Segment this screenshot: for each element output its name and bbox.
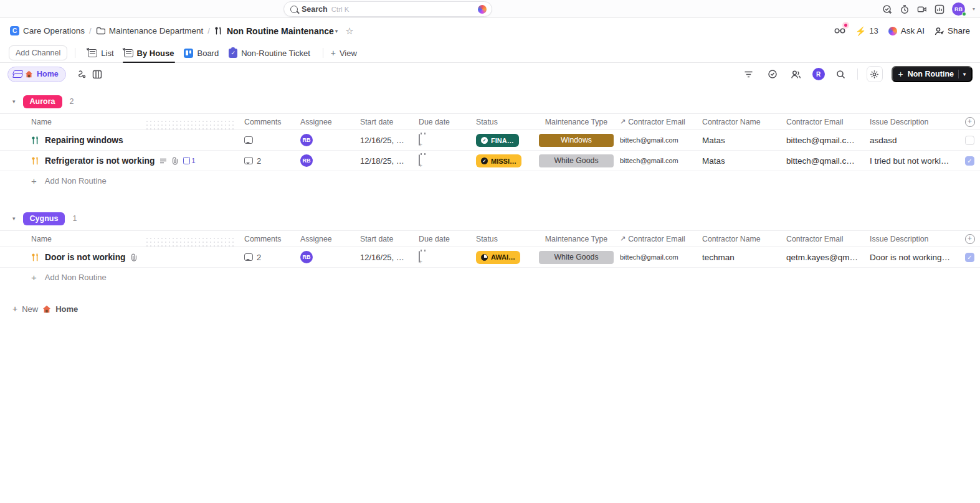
assignee-avatar[interactable]: RB xyxy=(300,154,313,167)
assignees-icon[interactable] xyxy=(789,67,804,82)
comment-icon[interactable] xyxy=(244,253,253,261)
linked-doc-badge[interactable]: 1 xyxy=(183,157,195,164)
attachment-icon[interactable] xyxy=(131,253,137,261)
col-due-date[interactable]: Due date xyxy=(419,118,476,126)
contractor-email-2[interactable]: bittech@qmail.c… xyxy=(786,136,870,145)
col-assignee[interactable]: Assignee xyxy=(300,118,360,126)
group-badge[interactable]: Aurora xyxy=(23,95,62,108)
col-contractor-email-2[interactable]: Contractor Email xyxy=(786,118,870,126)
table-row[interactable]: Repairing windows RB 12/16/25, … ✓FINA… … xyxy=(0,130,980,151)
columns-icon[interactable] xyxy=(90,67,105,82)
row-checkbox[interactable] xyxy=(965,136,974,145)
col-comments[interactable]: Comments xyxy=(244,235,300,243)
viewers-goggles-icon[interactable] xyxy=(834,26,845,37)
assignee-avatar[interactable]: RB xyxy=(300,134,313,146)
col-due-date[interactable]: Due date xyxy=(419,235,476,243)
contractor-email-1[interactable]: bittech@gmail.com xyxy=(620,136,702,144)
timer-icon[interactable] xyxy=(900,4,910,14)
assignee-avatar[interactable]: RB xyxy=(300,251,313,263)
col-comments[interactable]: Comments xyxy=(244,118,300,126)
user-avatar[interactable]: RB xyxy=(952,2,965,16)
col-contractor-name[interactable]: Contractor Name xyxy=(702,235,786,243)
col-maintenance-type[interactable]: Maintenance Type xyxy=(533,118,620,126)
add-channel-button[interactable]: Add Channel xyxy=(9,45,67,60)
favorite-star-icon[interactable]: ☆ xyxy=(345,26,353,37)
contractor-email-2[interactable]: bittech@qmail.c… xyxy=(786,156,870,166)
contractor-name[interactable]: techman xyxy=(702,253,786,262)
col-assignee[interactable]: Assignee xyxy=(300,235,360,243)
col-name[interactable]: Name xyxy=(0,118,244,126)
col-contractor-email-2[interactable]: Contractor Email xyxy=(786,235,870,243)
tab-board[interactable]: Board xyxy=(179,44,224,62)
tab-non-routine-ticket[interactable]: Non-Routine Ticket xyxy=(224,44,315,62)
add-column-button[interactable]: + xyxy=(965,117,975,127)
bar-chart-icon[interactable] xyxy=(935,4,944,14)
filter-icon[interactable] xyxy=(741,67,756,82)
maintenance-type-badge[interactable]: Windows xyxy=(539,134,614,147)
video-icon[interactable] xyxy=(917,4,927,14)
contractor-email-2[interactable]: qetm.kayes@qm… xyxy=(786,253,870,262)
breadcrumb-folder[interactable]: Maintenance Department xyxy=(96,26,204,35)
contractor-name[interactable]: Matas xyxy=(702,136,786,145)
status-badge[interactable]: ✓MISSI… xyxy=(476,154,521,167)
settings-gear-button[interactable] xyxy=(867,66,883,82)
row-checkbox[interactable]: ✓ xyxy=(965,253,974,262)
status-badge[interactable]: AWAI… xyxy=(476,251,520,264)
contractor-email-1[interactable]: bittech@gmail.com xyxy=(620,253,702,261)
group-badge[interactable]: Cygnus xyxy=(23,212,65,225)
add-task-row[interactable]: + Add Non Routine xyxy=(0,171,980,190)
add-view-button[interactable]: + View xyxy=(331,48,357,58)
col-start-date[interactable]: Start date xyxy=(360,235,419,243)
maintenance-type-badge[interactable]: White Goods xyxy=(539,154,614,167)
col-contractor-email-1[interactable]: ↗Contractor Email xyxy=(620,235,702,243)
automations-usage[interactable]: ⚡ 13 xyxy=(855,26,878,36)
share-button[interactable]: Share xyxy=(935,26,970,35)
col-status[interactable]: Status xyxy=(476,235,533,243)
attachment-icon[interactable] xyxy=(172,157,178,165)
col-name[interactable]: Name xyxy=(0,235,244,243)
issue-description[interactable]: asdasd xyxy=(870,136,959,145)
table-row[interactable]: Refrigerator is not working 1 2 RB 12/18… xyxy=(0,151,980,171)
breadcrumb-list[interactable]: Non Routine Maintenance xyxy=(214,26,334,36)
issue-description[interactable]: I tried but not worki… xyxy=(870,156,959,166)
issue-description[interactable]: Door is not working… xyxy=(870,253,959,262)
start-date[interactable]: 12/16/25, … xyxy=(360,136,419,145)
maintenance-type-badge[interactable]: White Goods xyxy=(539,251,614,264)
collapse-triangle-icon[interactable]: ▾ xyxy=(12,215,16,222)
new-task-button[interactable]: + Non Routine ▾ xyxy=(892,66,973,82)
ask-ai-button[interactable]: Ask AI xyxy=(888,26,925,35)
col-start-date[interactable]: Start date xyxy=(360,118,419,126)
comment-icon[interactable] xyxy=(244,136,253,144)
breadcrumb-space[interactable]: C Care Operations xyxy=(10,26,85,35)
comment-icon[interactable] xyxy=(244,157,253,164)
collapse-triangle-icon[interactable]: ▾ xyxy=(12,98,16,105)
task-name[interactable]: Door is not working xyxy=(45,253,126,262)
due-date-calendar-icon[interactable] xyxy=(419,134,420,146)
global-search[interactable]: Search Ctrl K xyxy=(283,1,492,17)
description-icon[interactable] xyxy=(159,158,167,164)
task-name[interactable]: Repairing windows xyxy=(45,136,123,145)
status-badge[interactable]: ✓FINA… xyxy=(476,134,519,147)
phone-hook-icon[interactable] xyxy=(75,67,90,82)
start-date[interactable]: 12/16/25, … xyxy=(360,253,419,262)
status-check-icon[interactable] xyxy=(765,67,780,82)
user-menu-chevron-icon[interactable]: ▾ xyxy=(973,6,975,12)
search-in-view-icon[interactable] xyxy=(834,67,849,82)
new-group-button[interactable]: + New Home xyxy=(0,304,980,314)
task-check-icon[interactable] xyxy=(882,4,892,14)
col-issue-description[interactable]: Issue Description xyxy=(870,235,959,243)
task-name[interactable]: Refrigerator is not working xyxy=(45,156,155,166)
ai-sparkle-icon[interactable] xyxy=(478,5,487,14)
row-checkbox[interactable]: ✓ xyxy=(965,156,974,166)
add-column-button[interactable]: + xyxy=(965,234,975,244)
col-contractor-name[interactable]: Contractor Name xyxy=(702,118,786,126)
add-task-row[interactable]: + Add Non Routine xyxy=(0,268,980,286)
filter-avatar[interactable]: R xyxy=(812,68,825,80)
start-date[interactable]: 12/18/25, … xyxy=(360,156,419,166)
tab-list[interactable]: List xyxy=(83,44,118,62)
contractor-email-1[interactable]: bittech@gmail.com xyxy=(620,157,702,164)
col-issue-description[interactable]: Issue Description xyxy=(870,118,959,126)
col-contractor-email-1[interactable]: ↗Contractor Email xyxy=(620,118,702,126)
col-status[interactable]: Status xyxy=(476,118,533,126)
contractor-name[interactable]: Matas xyxy=(702,156,786,166)
